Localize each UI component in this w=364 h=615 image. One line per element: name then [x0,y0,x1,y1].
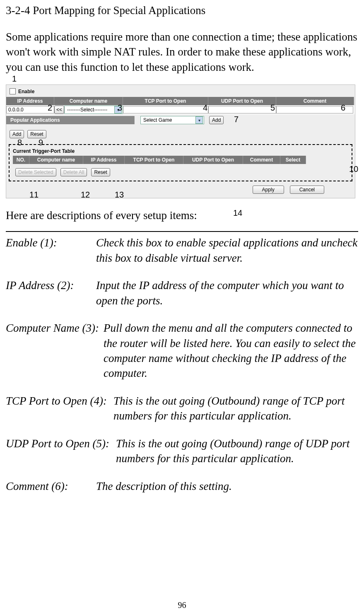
descriptions-intro: Here are descriptions of every setup ite… [6,209,358,222]
chevron-down-icon: ▾ [114,106,122,113]
computer-name-select[interactable]: --------Select-------- ▾ [64,106,123,114]
desc-ip-key: IP Address (2): [6,278,96,308]
game-select[interactable]: Select Game ▾ [140,116,204,124]
chevron-down-icon: ▾ [195,116,203,124]
desc-udp-key: UDP Port to Open (5): [6,436,116,466]
page-title: 3-2-4 Port Mapping for Special Applicati… [6,4,358,17]
computer-name-value: --------Select-------- [67,107,107,113]
separator [6,231,358,232]
enable-label: Enable [18,89,34,94]
th-comment: Comment [243,156,280,164]
page-number: 96 [0,601,364,610]
desc-comment-key: Comment (6): [6,479,96,494]
header-tcp: TCP Port to Open [123,97,208,105]
udp-port-input[interactable] [208,106,276,113]
th-ip: IP Address [83,156,125,164]
apply-button[interactable]: Apply [253,186,284,194]
th-tcp: TCP Port to Open [125,156,183,164]
desc-enable-key: Enable (1): [6,235,96,265]
th-udp: UDP Port to Open [183,156,243,164]
intro-paragraph: Some applications require more than one … [6,29,358,75]
popular-apps-label: Popular Applications [6,116,135,124]
add-game-button[interactable]: Add [209,116,224,124]
reset-button[interactable]: Reset [27,130,46,138]
add-button[interactable]: Add [10,130,24,138]
desc-tcp-key: TCP Port to Open (4): [6,393,113,424]
th-cname: Computer name [29,156,83,164]
header-comment: Comment [276,97,354,105]
game-select-value: Select Game [143,117,172,123]
trigger-port-table: Current Trigger-Port Table NO. Computer … [9,144,352,181]
desc-comment-val: The description of this setting. [96,479,358,494]
delete-selected-button[interactable]: Delete Selected [15,168,56,176]
ip-address-input[interactable] [6,106,54,113]
cancel-button[interactable]: Cancel [290,186,324,194]
delete-all-button[interactable]: Delete All [60,168,87,176]
router-ui-screenshot: 1 2 3 4 5 6 7 8 9 10 11 12 13 14 Enable … [6,84,355,198]
th-no: NO. [13,156,29,164]
th-select: Select [280,156,306,164]
comment-input[interactable] [276,106,353,113]
desc-tcp-val: This is the out going (Outbound) range o… [113,393,358,424]
desc-udp-val: This is the out going (Outbound) range o… [116,436,358,466]
tcp-port-input[interactable] [123,106,208,113]
annotation-1: 1 [12,74,17,84]
table-title: Current Trigger-Port Table [13,148,348,154]
header-ip: IP Address [6,97,54,105]
header-computer-name: Computer name [54,97,123,105]
desc-cname-val: Pull down the menu and all the computers… [104,321,358,381]
table-reset-button[interactable]: Reset [91,168,110,176]
copy-ip-button[interactable]: << [54,106,64,114]
desc-enable-val: Check this box to enable special applica… [96,235,358,265]
header-udp: UDP Port to Open [208,97,276,105]
enable-checkbox[interactable] [10,88,16,94]
desc-cname-key: Computer Name (3): [6,321,104,381]
desc-ip-val: Input the IP address of the computer whi… [96,278,358,308]
